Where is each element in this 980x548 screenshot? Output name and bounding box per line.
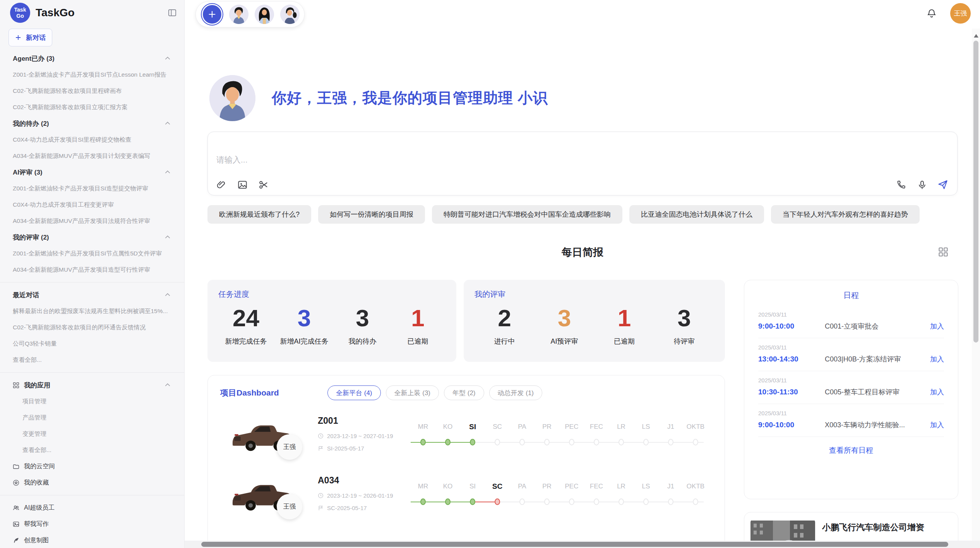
- vertical-scroll-thumb[interactable]: [973, 41, 978, 342]
- chevron-up-icon[interactable]: [164, 382, 171, 389]
- sidebar-item[interactable]: 公司Q3轻卡销量: [0, 336, 184, 352]
- scroll-up-arrow[interactable]: [974, 34, 978, 38]
- project-owner-badge[interactable]: 王强: [277, 434, 302, 460]
- project-owner-badge[interactable]: 王强: [277, 494, 302, 519]
- sidebar-section-title: AI评审 (3): [13, 168, 164, 177]
- pen-icon: [13, 537, 19, 544]
- scissors-icon[interactable]: [257, 179, 269, 190]
- horizontal-scrollbar[interactable]: [185, 541, 980, 548]
- event-row: 9:00-10:00X003-车辆动力学性能验...加入: [758, 420, 944, 430]
- chevron-up-icon[interactable]: [164, 291, 171, 298]
- chevron-up-icon[interactable]: [164, 234, 171, 241]
- greeting-text: 你好，王强，我是你的项目管理助理 小识: [272, 88, 548, 108]
- daily-brief-title: 每日简报: [562, 245, 603, 259]
- sidebar-item[interactable]: 解释最新出台的欧盟报废车法规再生塑料比例被调至15%...: [0, 303, 184, 319]
- logo-text-top: Task: [14, 7, 26, 13]
- image-upload-icon[interactable]: [236, 179, 248, 190]
- schedule-event: 2025/03/119:00-10:00C001-立项审批会加入: [758, 305, 944, 338]
- sidebar-item[interactable]: C02-飞腾新能源轻客改款项目的闭环通告反馈情况: [0, 319, 184, 336]
- milestone-label: PEC: [559, 422, 584, 432]
- suggestion-chip[interactable]: 当下年轻人对汽车外观有怎样的喜好趋势: [771, 205, 920, 224]
- schedule-list: 2025/03/119:00-10:00C001-立项审批会加入2025/03/…: [744, 305, 958, 437]
- chevron-up-icon[interactable]: [164, 120, 171, 127]
- attachment-icon[interactable]: [216, 179, 227, 190]
- sidebar-section-apps-header[interactable]: 我的应用: [0, 377, 184, 393]
- sidebar-item[interactable]: 变更管理: [0, 426, 184, 442]
- sidebar-item[interactable]: C02-飞腾新能源轻客改款项目里程碑画布: [0, 83, 184, 99]
- suggestion-chip[interactable]: 如何写一份清晰的项目周报: [318, 205, 425, 224]
- sidebar-item[interactable]: C02-飞腾新能源轻客改款项目立项汇报方案: [0, 99, 184, 115]
- event-date: 2025/03/11: [758, 410, 944, 416]
- dashboard-filter-chip[interactable]: 动总开发 (1): [489, 385, 543, 400]
- sidebar-item[interactable]: A034-全新新能源MUV产品开发项目造型可行性评审: [0, 262, 184, 278]
- event-join-link[interactable]: 加入: [930, 420, 944, 430]
- session-avatar-2[interactable]: [255, 5, 274, 24]
- send-icon[interactable]: [937, 179, 949, 190]
- sidebar-item-star[interactable]: 我的收藏: [0, 474, 184, 491]
- notifications-bell-icon[interactable]: [926, 8, 937, 19]
- event-join-link[interactable]: 加入: [930, 387, 944, 397]
- new-chat-button[interactable]: 新对话: [9, 29, 52, 46]
- sidebar-item[interactable]: 项目管理: [0, 393, 184, 409]
- layout-grid-icon[interactable]: [938, 247, 948, 257]
- add-session-button[interactable]: [203, 5, 221, 24]
- sidebar-section-header[interactable]: 我的评审 (2): [0, 229, 184, 245]
- milestone-dot: [519, 439, 525, 445]
- milestone-line-done: [411, 442, 473, 443]
- event-name: C003|H0B-方案冻结评审: [825, 354, 930, 364]
- dashboard-filters: 全新平台 (4)全新上装 (3)年型 (2)动总开发 (1): [327, 385, 542, 400]
- composer[interactable]: 请输入...: [207, 132, 958, 195]
- view-all-schedule-link[interactable]: 查看所有日程: [744, 445, 958, 456]
- sidebar-tool-item[interactable]: AI超级员工: [0, 500, 184, 516]
- chevron-up-icon[interactable]: [164, 169, 171, 176]
- sidebar-section-header[interactable]: Agent已办 (3): [0, 50, 184, 67]
- sidebar-item[interactable]: 查看全部...: [0, 352, 184, 368]
- session-avatar-3[interactable]: [280, 5, 300, 24]
- sidebar-item[interactable]: A034-全新新能源MUV产品开发项目法规符合性评审: [0, 213, 184, 229]
- grid-icon: [13, 382, 19, 389]
- sidebar-item[interactable]: C0X4-动力总成开发项目SI里程碑提交物检查: [0, 132, 184, 148]
- stat-label: 进行中: [483, 337, 526, 346]
- stat: 3AI预评审: [543, 300, 586, 346]
- event-time: 9:00-10:00: [758, 322, 825, 331]
- phone-call-icon[interactable]: [895, 179, 907, 190]
- sidebar-section-title: Agent已办 (3): [13, 54, 164, 63]
- sidebar-item-folder[interactable]: 我的云空间: [0, 458, 184, 474]
- suggestion-chip[interactable]: 欧洲新规最近颁布了什么?: [207, 205, 311, 224]
- event-join-link[interactable]: 加入: [930, 354, 944, 364]
- dashboard-filter-chip[interactable]: 全新上装 (3): [386, 385, 439, 400]
- sidebar-tool-item[interactable]: 帮我写作: [0, 516, 184, 532]
- sidebar-item[interactable]: Z001-全新燃油皮卡产品开发项目SI节点Lesson Learn报告: [0, 67, 184, 83]
- sidebar-item[interactable]: Z001-全新燃油轻卡产品开发项目SI节点属性5D文件评审: [0, 245, 184, 262]
- user-avatar[interactable]: 王强: [950, 3, 971, 24]
- dashboard-filter-chip[interactable]: 全新平台 (4): [327, 385, 381, 400]
- stat-value: 3: [663, 300, 706, 336]
- dashboard-filter-chip[interactable]: 年型 (2): [444, 385, 484, 400]
- sidebar-item[interactable]: 查看全部...: [0, 442, 184, 458]
- collapse-sidebar-icon[interactable]: [168, 9, 176, 17]
- milestone-dot: [569, 439, 574, 445]
- milestone-dot: [668, 498, 673, 505]
- sidebar-section-header[interactable]: 我的待办 (2): [0, 115, 184, 132]
- suggestion-chip[interactable]: 特朗普可能对进口汽车增税会对中国车企造成哪些影响: [432, 205, 622, 224]
- event-join-link[interactable]: 加入: [930, 322, 944, 331]
- sidebar-item[interactable]: 产品管理: [0, 409, 184, 426]
- sidebar-item[interactable]: C0X4-动力总成开发项目工程变更评审: [0, 197, 184, 213]
- sidebar-item[interactable]: Z001-全新燃油轻卡产品开发项目SI造型提交物评审: [0, 180, 184, 197]
- sidebar-tool-item[interactable]: 创意制图: [0, 532, 184, 548]
- microphone-icon[interactable]: [916, 179, 928, 190]
- daily-brief-header: 每日简报: [207, 245, 958, 259]
- sidebar-item[interactable]: A034-全新新能源MUV产品开发项目计划变更表编写: [0, 148, 184, 164]
- suggestion-chip[interactable]: 比亚迪全固态电池计划具体说了什么: [629, 205, 764, 224]
- stat-card: 我的评审2进行中3AI预评审1已逾期3待评审: [464, 280, 725, 362]
- composer-placeholder: 请输入...: [216, 154, 248, 165]
- sidebar-section-recent-header[interactable]: 最近对话: [0, 287, 184, 303]
- milestone-dot: [643, 498, 649, 505]
- sidebar-section-title: 最近对话: [13, 291, 164, 300]
- chevron-up-icon[interactable]: [164, 55, 171, 62]
- sidebar-section-header[interactable]: AI评审 (3): [0, 164, 184, 180]
- horizontal-scroll-thumb[interactable]: [201, 542, 948, 547]
- session-avatar-1[interactable]: [229, 5, 248, 24]
- vertical-scrollbar[interactable]: [972, 29, 980, 548]
- stat-card-title: 任务进度: [218, 289, 445, 300]
